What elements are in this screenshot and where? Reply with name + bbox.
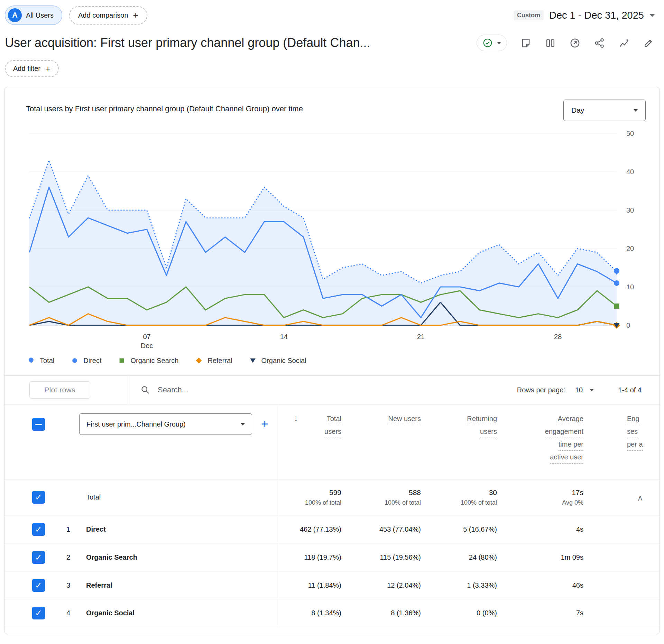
column-header-engaged-sessions[interactable]: Eng ses per a [592, 413, 660, 479]
legend-label: Organic Social [261, 357, 306, 365]
legend-item-total: Total [27, 356, 54, 365]
row-checkbox[interactable]: ✓ [32, 523, 45, 536]
table-toolbar: Plot rows Rows per page: 10 1-4 of 4 [4, 375, 660, 404]
dimension-select-value: First user prim...Channel Group) [86, 420, 186, 428]
sort-descending-icon: ↓ [294, 413, 298, 423]
metric-cell: 4s [506, 525, 592, 533]
legend-marker-icon [194, 356, 203, 365]
pagination-status: 1-4 of 4 [618, 386, 642, 394]
metric-cell: 8 (1.34%) [278, 609, 350, 617]
caret-down-icon [241, 423, 245, 426]
svg-text:10: 10 [626, 283, 634, 291]
audience-avatar: A [8, 8, 22, 22]
metric-cell: 453 (77.04%) [350, 525, 430, 533]
metric-cell: 11 (1.84%) [278, 581, 350, 589]
rows-per-page-value: 10 [575, 386, 583, 394]
row-checkbox[interactable]: ✓ [32, 491, 45, 504]
column-header-total-users[interactable]: ↓ Total users [278, 413, 350, 479]
rows-per-page-label: Rows per page: [517, 386, 565, 394]
metric-cell: 588100% of total [350, 488, 430, 506]
select-all-checkbox[interactable] [32, 418, 45, 431]
legend-label: Referral [208, 357, 232, 365]
insights-sparkline-icon [618, 37, 630, 49]
data-table: First user prim...Channel Group) + ↓ Tot… [4, 404, 660, 627]
caret-down-icon [649, 14, 655, 17]
row-checkbox[interactable]: ✓ [32, 551, 45, 564]
timeseries-chart: 0102030405007Dec142128 [15, 123, 648, 352]
add-dimension-button[interactable]: + [261, 417, 268, 431]
row-checkbox[interactable]: ✓ [32, 607, 45, 619]
legend-item-organic-search: Organic Search [117, 356, 178, 365]
metric-cell: 30100% of total [430, 488, 506, 506]
customize-report-button[interactable] [643, 37, 654, 49]
svg-text:30: 30 [626, 206, 634, 214]
add-filter-label: Add filter [13, 65, 40, 73]
add-filter-button[interactable]: Add filter + [5, 60, 59, 77]
add-comparison-button[interactable]: Add comparison + [69, 6, 147, 25]
column-header-returning-users[interactable]: Returning users [430, 413, 506, 479]
comparison-button[interactable] [545, 37, 556, 49]
metric-cell: 12 (2.04%) [350, 581, 430, 589]
legend-item-direct: Direct [70, 356, 101, 365]
channel-name: Organic Social [74, 609, 278, 617]
metric-cell: 1 (3.33%) [430, 581, 506, 589]
svg-text:07: 07 [143, 333, 150, 340]
metric-cell: 46s [506, 581, 592, 589]
svg-text:14: 14 [280, 333, 288, 340]
caret-down-icon [634, 109, 638, 112]
edit-pencil-icon [643, 37, 654, 49]
column-header-new-users[interactable]: New users [350, 413, 430, 479]
check-circle-icon [482, 38, 493, 48]
legend-marker-icon [70, 356, 79, 365]
compare-columns-icon [545, 37, 556, 49]
check-icon: ✓ [35, 608, 42, 618]
metric-cell: A [592, 493, 660, 502]
report-title-row: User acquisition: First user primary cha… [5, 35, 654, 51]
metric-cell: 462 (77.13%) [278, 525, 350, 533]
table-row: ✓ 3 Referral 11 (1.84%) 12 (2.04%) 1 (3.… [4, 571, 660, 599]
metric-cell: 8 (1.36%) [350, 609, 430, 617]
row-rank: 1 [49, 525, 74, 533]
svg-text:20: 20 [626, 245, 634, 252]
table-row: ✓ 1 Direct 462 (77.13%) 453 (77.04%) 5 (… [4, 515, 660, 543]
chart-legend: TotalDirectOrganic SearchReferralOrganic… [27, 356, 660, 365]
data-quality-button[interactable] [477, 35, 507, 51]
date-range-picker[interactable]: Custom Dec 1 - Dec 31, 2025 [514, 10, 655, 21]
date-range-type-badge: Custom [514, 10, 544, 20]
report-topbar: A All Users Add comparison + Custom Dec … [0, 0, 664, 25]
granularity-select[interactable]: Day [563, 100, 646, 121]
trend-button[interactable] [569, 37, 581, 49]
plot-rows-button[interactable]: Plot rows [29, 381, 90, 399]
row-checkbox[interactable]: ✓ [32, 579, 45, 592]
metric-cell: 5 (16.67%) [430, 525, 506, 533]
column-header-avg-engagement-time[interactable]: Average engagement time per active user [506, 413, 592, 479]
metric-cell: 118 (19.7%) [278, 553, 350, 561]
table-search-input[interactable] [158, 385, 324, 394]
row-rank: 3 [49, 581, 74, 589]
table-row-total: ✓ Total 599100% of total 588100% of tota… [4, 479, 660, 515]
metric-cell: 24 (80%) [430, 553, 506, 561]
channel-name: Organic Search [74, 553, 278, 561]
legend-label: Total [40, 357, 54, 365]
rows-per-page-select[interactable]: 10 [575, 386, 594, 394]
svg-text:21: 21 [417, 333, 425, 340]
search-icon [140, 385, 150, 395]
check-icon: ✓ [35, 552, 42, 562]
legend-marker-icon [117, 356, 126, 365]
svg-text:28: 28 [554, 333, 562, 340]
metric-cell: 599100% of total [278, 488, 350, 506]
row-rank: 2 [49, 553, 74, 561]
svg-text:Dec: Dec [141, 342, 153, 349]
legend-item-organic-social: Organic Social [248, 356, 306, 365]
total-label: Total [74, 493, 278, 501]
insights-button[interactable] [618, 37, 630, 49]
report-actions [477, 35, 654, 51]
share-button[interactable] [594, 37, 605, 49]
page-title[interactable]: User acquisition: First user primary cha… [5, 36, 370, 50]
notes-button[interactable] [520, 37, 532, 49]
table-row: ✓ 2 Organic Search 118 (19.7%) 115 (19.5… [4, 543, 660, 571]
check-icon: ✓ [35, 580, 42, 590]
metric-cell: 1m 09s [506, 553, 592, 561]
all-users-segment-pill[interactable]: A All Users [5, 6, 62, 25]
dimension-select[interactable]: First user prim...Channel Group) [79, 413, 252, 435]
